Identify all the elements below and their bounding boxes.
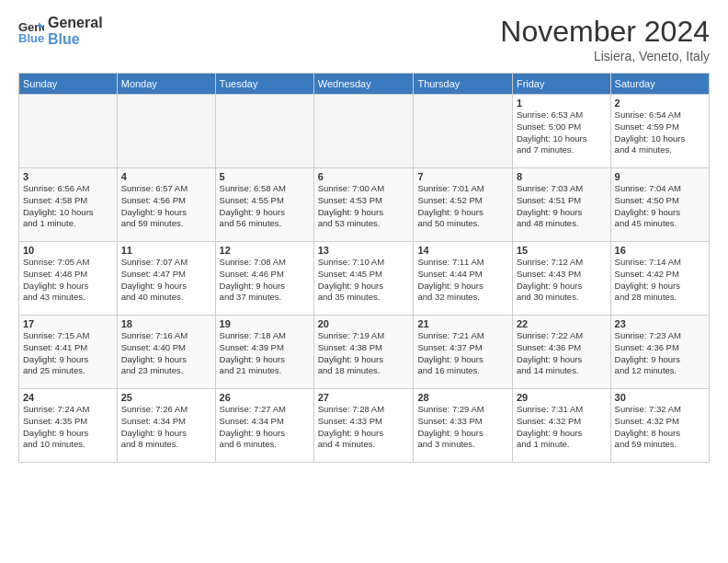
day-number: 26 (220, 392, 310, 403)
day-info: Sunrise: 7:29 AM Sunset: 4:33 PM Dayligh… (417, 404, 508, 451)
day-info: Sunrise: 7:31 AM Sunset: 4:32 PM Dayligh… (517, 404, 607, 451)
weekday-header-cell: Tuesday (215, 74, 313, 95)
day-number: 27 (318, 392, 410, 403)
day-number: 12 (220, 245, 310, 256)
calendar-cell (117, 95, 215, 168)
calendar-cell: 13Sunrise: 7:10 AM Sunset: 4:45 PM Dayli… (313, 242, 414, 316)
day-info: Sunrise: 7:22 AM Sunset: 4:36 PM Dayligh… (517, 330, 607, 377)
day-number: 18 (121, 318, 211, 329)
calendar-cell: 6Sunrise: 7:00 AM Sunset: 4:53 PM Daylig… (313, 168, 414, 242)
day-info: Sunrise: 7:14 AM Sunset: 4:42 PM Dayligh… (615, 257, 705, 304)
svg-text:Blue: Blue (18, 31, 44, 44)
day-info: Sunrise: 7:11 AM Sunset: 4:44 PM Dayligh… (417, 257, 508, 304)
month-title: November 2024 (500, 15, 710, 49)
day-info: Sunrise: 7:12 AM Sunset: 4:43 PM Dayligh… (517, 257, 607, 304)
day-info: Sunrise: 7:04 AM Sunset: 4:50 PM Dayligh… (615, 183, 705, 230)
calendar-cell: 20Sunrise: 7:19 AM Sunset: 4:38 PM Dayli… (313, 316, 414, 389)
day-number: 2 (615, 98, 705, 109)
day-info: Sunrise: 7:16 AM Sunset: 4:40 PM Dayligh… (121, 330, 211, 377)
day-number: 28 (417, 392, 508, 403)
day-number: 4 (121, 171, 211, 182)
calendar-cell: 17Sunrise: 7:15 AM Sunset: 4:41 PM Dayli… (19, 316, 118, 389)
calendar-cell: 16Sunrise: 7:14 AM Sunset: 4:42 PM Dayli… (610, 242, 709, 316)
day-info: Sunrise: 7:15 AM Sunset: 4:41 PM Dayligh… (23, 330, 113, 377)
title-block: November 2024 Lisiera, Veneto, Italy (500, 15, 710, 63)
day-info: Sunrise: 7:07 AM Sunset: 4:47 PM Dayligh… (121, 257, 211, 304)
calendar-cell: 23Sunrise: 7:23 AM Sunset: 4:36 PM Dayli… (610, 316, 709, 389)
day-info: Sunrise: 6:53 AM Sunset: 5:00 PM Dayligh… (517, 109, 607, 156)
weekday-header-cell: Saturday (610, 74, 709, 95)
weekday-header-cell: Sunday (19, 74, 118, 95)
calendar-cell: 2Sunrise: 6:54 AM Sunset: 4:59 PM Daylig… (610, 95, 709, 168)
day-number: 30 (615, 392, 705, 403)
day-number: 22 (517, 318, 607, 329)
day-info: Sunrise: 7:19 AM Sunset: 4:38 PM Dayligh… (318, 330, 410, 377)
day-number: 13 (318, 245, 410, 256)
day-info: Sunrise: 6:54 AM Sunset: 4:59 PM Dayligh… (615, 109, 705, 156)
header: General Blue General Blue November 2024 … (18, 15, 710, 63)
calendar-cell: 8Sunrise: 7:03 AM Sunset: 4:51 PM Daylig… (512, 168, 610, 242)
weekday-header-cell: Monday (117, 74, 215, 95)
weekday-header-cell: Friday (512, 74, 610, 95)
calendar-cell (19, 95, 118, 168)
calendar: SundayMondayTuesdayWednesdayThursdayFrid… (18, 73, 710, 463)
day-info: Sunrise: 7:00 AM Sunset: 4:53 PM Dayligh… (318, 183, 410, 230)
day-number: 10 (23, 245, 113, 256)
day-number: 24 (23, 392, 113, 403)
calendar-cell: 26Sunrise: 7:27 AM Sunset: 4:34 PM Dayli… (215, 389, 313, 463)
day-info: Sunrise: 7:23 AM Sunset: 4:36 PM Dayligh… (615, 330, 705, 377)
calendar-cell: 30Sunrise: 7:32 AM Sunset: 4:32 PM Dayli… (610, 389, 709, 463)
calendar-cell (414, 95, 513, 168)
calendar-cell: 12Sunrise: 7:08 AM Sunset: 4:46 PM Dayli… (215, 242, 313, 316)
logo-line2: Blue (48, 31, 103, 48)
day-number: 19 (220, 318, 310, 329)
day-info: Sunrise: 7:32 AM Sunset: 4:32 PM Dayligh… (615, 404, 705, 451)
logo: General Blue General Blue (18, 15, 103, 47)
day-info: Sunrise: 7:08 AM Sunset: 4:46 PM Dayligh… (220, 257, 310, 304)
logo-icon: General Blue (18, 18, 44, 44)
logo-line1: General (48, 15, 103, 31)
subtitle: Lisiera, Veneto, Italy (500, 49, 710, 63)
day-number: 15 (517, 245, 607, 256)
day-info: Sunrise: 6:58 AM Sunset: 4:55 PM Dayligh… (220, 183, 310, 230)
calendar-week: 17Sunrise: 7:15 AM Sunset: 4:41 PM Dayli… (19, 316, 710, 389)
calendar-cell: 22Sunrise: 7:22 AM Sunset: 4:36 PM Dayli… (512, 316, 610, 389)
day-number: 11 (121, 245, 211, 256)
calendar-cell: 7Sunrise: 7:01 AM Sunset: 4:52 PM Daylig… (414, 168, 513, 242)
day-number: 1 (517, 98, 607, 109)
day-number: 16 (615, 245, 705, 256)
day-number: 21 (417, 318, 508, 329)
calendar-cell: 27Sunrise: 7:28 AM Sunset: 4:33 PM Dayli… (313, 389, 414, 463)
calendar-cell: 25Sunrise: 7:26 AM Sunset: 4:34 PM Dayli… (117, 389, 215, 463)
day-info: Sunrise: 7:05 AM Sunset: 4:48 PM Dayligh… (23, 257, 113, 304)
day-number: 7 (417, 171, 508, 182)
calendar-cell: 10Sunrise: 7:05 AM Sunset: 4:48 PM Dayli… (19, 242, 118, 316)
calendar-cell: 21Sunrise: 7:21 AM Sunset: 4:37 PM Dayli… (414, 316, 513, 389)
day-number: 23 (615, 318, 705, 329)
day-info: Sunrise: 7:28 AM Sunset: 4:33 PM Dayligh… (318, 404, 410, 451)
calendar-cell: 24Sunrise: 7:24 AM Sunset: 4:35 PM Dayli… (19, 389, 118, 463)
day-info: Sunrise: 7:10 AM Sunset: 4:45 PM Dayligh… (318, 257, 410, 304)
calendar-cell (215, 95, 313, 168)
calendar-week: 10Sunrise: 7:05 AM Sunset: 4:48 PM Dayli… (19, 242, 710, 316)
calendar-cell: 28Sunrise: 7:29 AM Sunset: 4:33 PM Dayli… (414, 389, 513, 463)
calendar-cell: 3Sunrise: 6:56 AM Sunset: 4:58 PM Daylig… (19, 168, 118, 242)
calendar-cell: 11Sunrise: 7:07 AM Sunset: 4:47 PM Dayli… (117, 242, 215, 316)
calendar-body: 1Sunrise: 6:53 AM Sunset: 5:00 PM Daylig… (19, 95, 710, 463)
day-number: 3 (23, 171, 113, 182)
calendar-week: 3Sunrise: 6:56 AM Sunset: 4:58 PM Daylig… (19, 168, 710, 242)
calendar-cell: 4Sunrise: 6:57 AM Sunset: 4:56 PM Daylig… (117, 168, 215, 242)
calendar-cell (313, 95, 414, 168)
weekday-header-cell: Thursday (414, 74, 513, 95)
day-info: Sunrise: 7:26 AM Sunset: 4:34 PM Dayligh… (121, 404, 211, 451)
calendar-week: 1Sunrise: 6:53 AM Sunset: 5:00 PM Daylig… (19, 95, 710, 168)
calendar-cell: 15Sunrise: 7:12 AM Sunset: 4:43 PM Dayli… (512, 242, 610, 316)
calendar-cell: 29Sunrise: 7:31 AM Sunset: 4:32 PM Dayli… (512, 389, 610, 463)
day-number: 8 (517, 171, 607, 182)
day-info: Sunrise: 6:56 AM Sunset: 4:58 PM Dayligh… (23, 183, 113, 230)
day-number: 9 (615, 171, 705, 182)
day-number: 17 (23, 318, 113, 329)
day-info: Sunrise: 7:24 AM Sunset: 4:35 PM Dayligh… (23, 404, 113, 451)
day-number: 25 (121, 392, 211, 403)
day-info: Sunrise: 7:21 AM Sunset: 4:37 PM Dayligh… (417, 330, 508, 377)
